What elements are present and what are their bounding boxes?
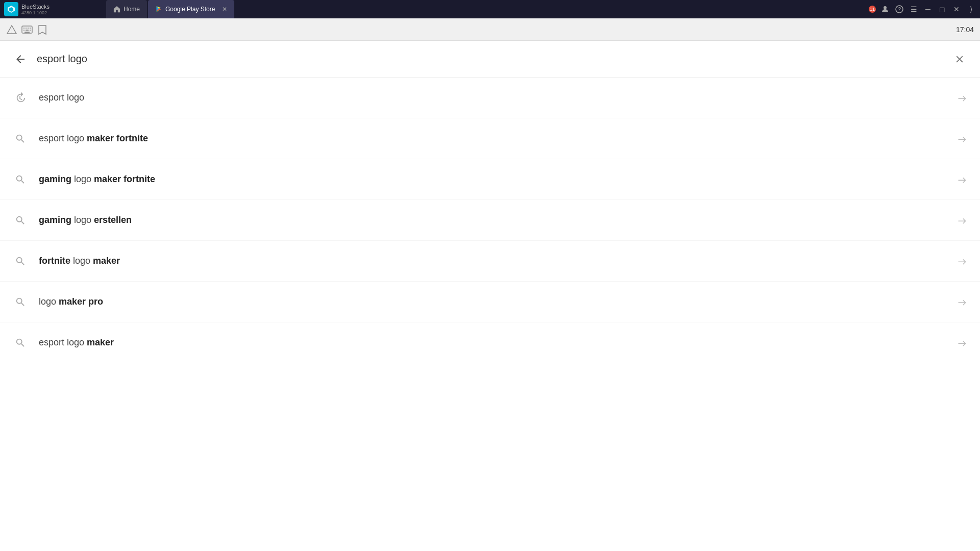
window-controls: 11 ? ☰ ─ ◻ ✕ ⟩ (869, 4, 976, 14)
search-icon (12, 335, 29, 351)
search-icon (12, 212, 29, 229)
svg-point-2 (884, 6, 887, 9)
suggestion-item[interactable]: esport logo (0, 78, 980, 118)
close-button[interactable]: ✕ (951, 4, 962, 14)
suggestion-text: esport logo maker fortnite (39, 133, 948, 144)
restore-button[interactable]: ◻ (937, 4, 947, 14)
tab-home-label: Home (124, 6, 140, 13)
app-name-version: BlueStacks 4280.1.1002 (21, 3, 50, 15)
menu-button[interactable]: ☰ (909, 4, 919, 14)
fill-arrow-icon (956, 172, 971, 187)
search-icon (12, 131, 29, 147)
svg-rect-11 (23, 30, 24, 31)
fill-arrow-icon (956, 335, 971, 350)
suggestion-text: logo maker pro (39, 296, 948, 307)
search-bar (0, 41, 980, 78)
svg-rect-12 (26, 30, 29, 31)
svg-rect-9 (28, 28, 29, 29)
clock-display: 17:04 (956, 26, 974, 34)
fill-arrow-icon (956, 213, 971, 228)
app-logo-area: BlueStacks 4280.1.1002 (4, 2, 106, 16)
bluestacks-logo (4, 2, 18, 16)
suggestions-list: esport logo esport logo maker fortnite (0, 78, 980, 363)
suggestion-text: fortnite logo maker (39, 256, 948, 266)
profile-button[interactable] (880, 4, 890, 14)
suggestion-text: esport logo (39, 92, 948, 103)
svg-rect-8 (26, 28, 27, 29)
back-button[interactable] (12, 51, 29, 67)
suggestion-item[interactable]: gaming logo erstellen (0, 200, 980, 241)
app-version: 4280.1.1002 (21, 10, 50, 15)
fill-arrow-icon (956, 90, 971, 105)
svg-rect-7 (23, 28, 24, 29)
clear-button[interactable] (951, 51, 968, 67)
tab-close-icon[interactable]: ✕ (222, 6, 227, 13)
main-content: esport logo esport logo maker fortnite (0, 41, 980, 551)
svg-rect-10 (30, 28, 31, 29)
toolbar: ! 17:04 (0, 18, 980, 41)
suggestion-text: esport logo maker (39, 337, 948, 348)
history-icon (12, 90, 29, 106)
minimize-button[interactable]: ─ (923, 4, 933, 14)
suggestion-item[interactable]: gaming logo maker fortnite (0, 159, 980, 200)
svg-rect-13 (30, 30, 31, 31)
app-name: BlueStacks (21, 4, 50, 10)
keyboard-icon[interactable] (21, 24, 33, 35)
fill-arrow-icon (956, 254, 971, 268)
suggestion-item[interactable]: logo maker pro (0, 282, 980, 322)
svg-text:?: ? (898, 7, 901, 12)
suggestion-item[interactable]: esport logo maker fortnite (0, 118, 980, 159)
title-bar: BlueStacks 4280.1.1002 Home Google Play … (0, 0, 980, 18)
fill-arrow-icon (956, 294, 971, 309)
notifications-button[interactable]: 11 (869, 6, 876, 13)
warning-icon[interactable]: ! (6, 24, 17, 35)
tab-playstore[interactable]: Google Play Store ✕ (148, 0, 234, 18)
help-button[interactable]: ? (894, 4, 904, 14)
search-icon (12, 253, 29, 269)
expand-button[interactable]: ⟩ (966, 4, 976, 14)
svg-text:!: ! (11, 28, 13, 34)
search-input[interactable] (37, 53, 943, 65)
notification-count: 11 (870, 7, 875, 12)
search-icon (12, 171, 29, 188)
tab-home[interactable]: Home (106, 0, 147, 18)
suggestion-item[interactable]: esport logo maker (0, 322, 980, 363)
search-icon (12, 294, 29, 310)
tab-playstore-label: Google Play Store (165, 6, 215, 13)
suggestion-text: gaming logo maker fortnite (39, 174, 948, 185)
svg-rect-14 (24, 32, 30, 33)
suggestion-item[interactable]: fortnite logo maker (0, 241, 980, 282)
bookmark-icon[interactable] (37, 24, 48, 35)
tab-bar: Home Google Play Store ✕ (106, 0, 869, 18)
fill-arrow-icon (956, 131, 971, 146)
suggestion-text: gaming logo erstellen (39, 215, 948, 226)
